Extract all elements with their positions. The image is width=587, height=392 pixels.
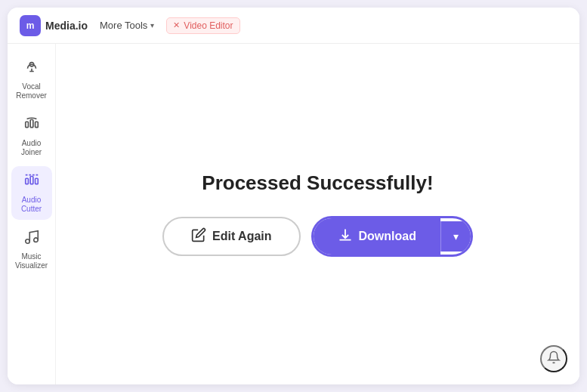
download-button[interactable]: Download bbox=[314, 218, 440, 255]
body: Vocal Remover Audio Joiner bbox=[8, 44, 579, 384]
svg-rect-8 bbox=[35, 178, 38, 184]
sidebar: Vocal Remover Audio Joiner bbox=[8, 44, 56, 384]
sidebar-item-audio-joiner[interactable]: Audio Joiner bbox=[11, 110, 52, 163]
more-tools-button[interactable]: More Tools ▾ bbox=[95, 17, 159, 34]
vocal-remover-label: Vocal Remover bbox=[14, 82, 49, 100]
sidebar-item-audio-cutter[interactable]: Audio Cutter bbox=[11, 166, 52, 220]
more-tools-label: More Tools bbox=[100, 20, 147, 31]
svg-rect-6 bbox=[25, 178, 28, 184]
success-message: Processed Successfully! bbox=[202, 171, 433, 195]
logo-container: m Media.io bbox=[20, 15, 88, 36]
chevron-down-icon: ▾ bbox=[453, 230, 459, 242]
logo-icon: m bbox=[20, 15, 41, 36]
download-icon bbox=[338, 227, 353, 245]
main-content: Processed Successfully! Edit Again bbox=[56, 44, 579, 384]
svg-rect-4 bbox=[30, 120, 33, 128]
sidebar-item-music-visualizer[interactable]: Music Visualizer bbox=[11, 223, 52, 276]
download-label: Download bbox=[359, 230, 416, 243]
bell-icon bbox=[547, 350, 561, 367]
action-buttons: Edit Again Download ▾ bbox=[162, 216, 473, 257]
edit-again-button[interactable]: Edit Again bbox=[162, 217, 301, 256]
svg-point-10 bbox=[25, 239, 29, 244]
app-container: m Media.io More Tools ▾ ✕ Video Editor bbox=[8, 8, 579, 384]
music-visualizer-label: Music Visualizer bbox=[14, 252, 49, 270]
download-group: Download ▾ bbox=[311, 216, 473, 257]
sidebar-item-vocal-remover[interactable]: Vocal Remover bbox=[11, 53, 52, 106]
edit-again-icon bbox=[191, 227, 206, 245]
video-editor-label: Video Editor bbox=[184, 20, 233, 31]
header: m Media.io More Tools ▾ ✕ Video Editor bbox=[8, 8, 579, 44]
audio-cutter-label: Audio Cutter bbox=[14, 196, 49, 214]
logo-text: Media.io bbox=[45, 20, 88, 32]
svg-rect-7 bbox=[30, 177, 33, 184]
chevron-down-icon: ▾ bbox=[150, 21, 154, 29]
audio-cutter-icon bbox=[23, 172, 40, 193]
video-editor-icon: ✕ bbox=[173, 20, 180, 30]
edit-again-label: Edit Again bbox=[212, 230, 272, 243]
svg-point-11 bbox=[33, 238, 38, 242]
logo-letter: m bbox=[26, 20, 35, 31]
video-editor-tag[interactable]: ✕ Video Editor bbox=[166, 17, 239, 34]
notification-bell-button[interactable] bbox=[540, 345, 567, 372]
music-visualizer-icon bbox=[23, 229, 40, 249]
audio-joiner-icon bbox=[23, 116, 40, 136]
svg-rect-5 bbox=[35, 122, 38, 127]
svg-rect-3 bbox=[25, 122, 28, 127]
vocal-remover-icon bbox=[23, 59, 40, 79]
download-chevron-button[interactable]: ▾ bbox=[440, 221, 471, 252]
audio-joiner-label: Audio Joiner bbox=[14, 139, 49, 157]
